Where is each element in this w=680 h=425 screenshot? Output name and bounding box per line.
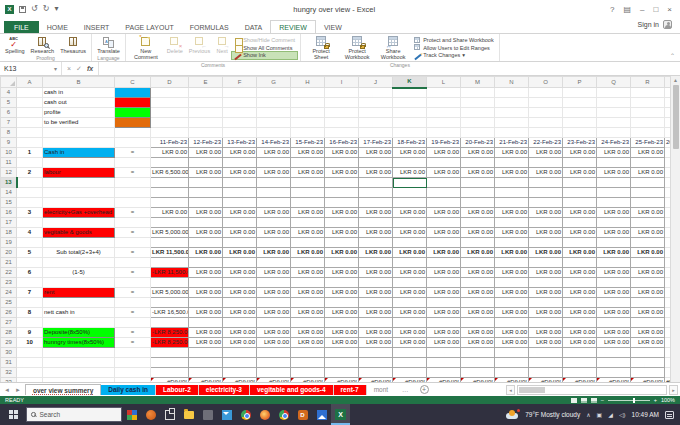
cell-A9[interactable]	[17, 138, 43, 148]
cell-error-33[interactable]: #DIV/0!	[461, 378, 495, 383]
account-avatar-icon[interactable]	[663, 20, 672, 29]
cell-empty-19[interactable]	[151, 238, 189, 248]
cell-empty-19[interactable]	[461, 238, 495, 248]
column-header-I[interactable]: I	[325, 77, 359, 88]
cell-value-16[interactable]: LKR 0.00	[461, 208, 495, 218]
cell-B8[interactable]	[43, 128, 115, 138]
cell-empty-4[interactable]	[151, 88, 189, 98]
cell-value-29[interactable]: LKR 0.00	[461, 338, 495, 348]
tray-network-icon[interactable]: ◢	[608, 411, 613, 418]
cell-empty-30[interactable]	[427, 348, 461, 358]
excel-taskbar-icon[interactable]: X	[331, 404, 350, 425]
cell-empty-15[interactable]	[257, 198, 291, 208]
cell-value-12[interactable]: LKR 0.00	[427, 168, 461, 178]
cell-value-18[interactable]: LKR 0.00	[427, 228, 461, 238]
cell-value-26[interactable]: LKR 0.00	[461, 308, 495, 318]
cell-value-12[interactable]: LKR 0.00	[223, 168, 257, 178]
cell-value-28[interactable]: LKR 0.00	[563, 328, 597, 338]
cell-empty-11[interactable]	[257, 158, 291, 168]
cell-empty-15[interactable]	[529, 198, 563, 208]
cell-empty-31[interactable]	[359, 358, 393, 368]
cell-value-24[interactable]: LKR 0.00	[189, 288, 223, 298]
cell-empty-31[interactable]	[563, 358, 597, 368]
enter-icon[interactable]: ✓	[76, 65, 82, 73]
cell-value-28[interactable]: LKR 0.00	[223, 328, 257, 338]
cell-A14[interactable]	[17, 188, 43, 198]
cell-value-26[interactable]: LKR 0.00	[427, 308, 461, 318]
cell-B11[interactable]	[43, 158, 115, 168]
cell-B25[interactable]	[43, 298, 115, 308]
task-view-icon[interactable]	[160, 404, 179, 425]
cell-C33[interactable]	[115, 378, 151, 383]
row-header-4[interactable]: 4	[1, 88, 17, 98]
cell-empty-32[interactable]	[257, 368, 291, 378]
cell-empty-15[interactable]	[359, 198, 393, 208]
close-button[interactable]: ×	[667, 5, 672, 14]
cell-A27[interactable]	[17, 318, 43, 328]
cell-value-10[interactable]: LKR 0.00	[359, 148, 393, 158]
cell-A15[interactable]	[17, 198, 43, 208]
cell-value-28[interactable]: LKR 0.00	[597, 328, 631, 338]
cell-C20[interactable]: =	[115, 248, 151, 258]
cell-empty-32[interactable]	[151, 368, 189, 378]
cell-value-16[interactable]: LKR 0.00	[597, 208, 631, 218]
cell-empty-7[interactable]	[393, 118, 427, 128]
row-header-31[interactable]: 31	[1, 358, 17, 368]
cell-empty-6[interactable]	[359, 108, 393, 118]
cell-empty-11[interactable]	[461, 158, 495, 168]
sheet-tab-labour-2[interactable]: Labour-2	[156, 385, 199, 395]
column-header-K[interactable]: K	[393, 77, 427, 88]
cell-empty-7[interactable]	[291, 118, 325, 128]
cell-value-28[interactable]: LKR 0.00	[631, 328, 665, 338]
cell-value-22[interactable]: LKR 0.00	[529, 268, 563, 278]
cell-empty-25[interactable]	[597, 298, 631, 308]
cell-empty-23[interactable]	[461, 278, 495, 288]
cell-empty-5[interactable]	[631, 98, 665, 108]
cell-empty-14[interactable]	[151, 188, 189, 198]
file-explorer-icon[interactable]	[179, 404, 198, 425]
cell-empty-14[interactable]	[291, 188, 325, 198]
cell-empty-6[interactable]	[495, 108, 529, 118]
cell-date-14-Feb-23[interactable]: 14-Feb-23	[257, 138, 291, 148]
row-header-28[interactable]: 28	[1, 328, 17, 338]
column-header-E[interactable]: E	[189, 77, 223, 88]
cell-empty-27[interactable]	[563, 318, 597, 328]
cell-C18[interactable]: =	[115, 228, 151, 238]
cell-empty-19[interactable]	[529, 238, 563, 248]
cell-empty-17[interactable]	[495, 218, 529, 228]
cell-value-28[interactable]: LKR 0.00	[257, 328, 291, 338]
cell-value-26[interactable]: LKR 0.00	[495, 308, 529, 318]
cell-value-26[interactable]: LKR 0.00	[631, 308, 665, 318]
sheet-nav-left-icon[interactable]: ◄	[4, 387, 10, 393]
cell-empty-30[interactable]	[257, 348, 291, 358]
cell-empty-25[interactable]	[495, 298, 529, 308]
cell-A31[interactable]	[17, 358, 43, 368]
cell-value-22[interactable]: LKR 0.00	[427, 268, 461, 278]
cell-error-33[interactable]: #DIV/0!	[359, 378, 393, 383]
cell-date-24-Feb-23[interactable]: 24-Feb-23	[597, 138, 631, 148]
cell-empty-4[interactable]	[393, 88, 427, 98]
cell-empty-8[interactable]	[495, 128, 529, 138]
cell-A23[interactable]	[17, 278, 43, 288]
cell-empty-21[interactable]	[563, 258, 597, 268]
cell-empty-4[interactable]	[325, 88, 359, 98]
cancel-icon[interactable]: ×	[67, 65, 71, 72]
cell-value-24[interactable]: LKR 5,000.00	[151, 288, 189, 298]
cell-empty-27[interactable]	[631, 318, 665, 328]
cell-C9[interactable]	[115, 138, 151, 148]
cell-empty-30[interactable]	[393, 348, 427, 358]
cell-B30[interactable]	[43, 348, 115, 358]
cell-empty-7[interactable]	[597, 118, 631, 128]
cell-empty-27[interactable]	[597, 318, 631, 328]
cell-error-33[interactable]: #DIV/0!	[631, 378, 665, 383]
row-header-14[interactable]: 14	[1, 188, 17, 198]
cell-value-28[interactable]: LKR 0.00	[393, 328, 427, 338]
row-header-13[interactable]: 13	[1, 178, 17, 188]
cell-empty-7[interactable]	[151, 118, 189, 128]
cell-empty-19[interactable]	[597, 238, 631, 248]
taskbar-search-input[interactable]: Search	[26, 407, 122, 422]
cell-empty-13[interactable]	[529, 178, 563, 188]
cell-error-33[interactable]: #DIV/0!	[495, 378, 529, 383]
cell-B7[interactable]: to be verified	[43, 118, 115, 128]
cell-empty-7[interactable]	[563, 118, 597, 128]
